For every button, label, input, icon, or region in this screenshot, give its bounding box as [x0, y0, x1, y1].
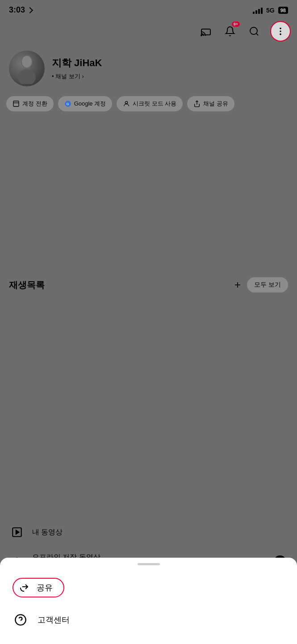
support-label: 고객센터	[38, 614, 70, 625]
modal-overlay[interactable]	[0, 0, 297, 644]
share-box[interactable]: 공유	[13, 578, 64, 597]
support-icon	[13, 612, 29, 628]
bottom-sheet: 공유 고객센터	[0, 558, 297, 644]
share-arrow-icon	[18, 581, 30, 594]
sheet-handle	[138, 563, 160, 565]
share-label: 공유	[37, 582, 53, 593]
support-menu-item[interactable]: 고객센터	[0, 605, 297, 635]
share-menu-item[interactable]: 공유	[0, 571, 297, 605]
